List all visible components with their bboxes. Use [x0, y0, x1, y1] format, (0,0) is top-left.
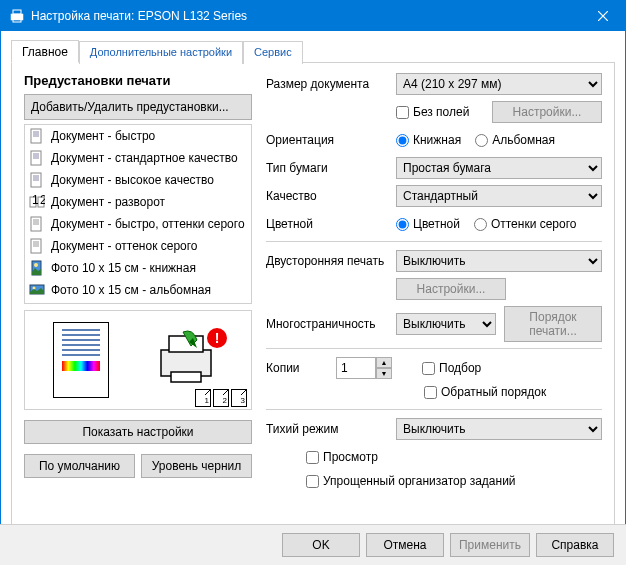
doc-size-label: Размер документа — [266, 77, 396, 91]
photo-landscape-icon — [29, 282, 45, 298]
doc-icon — [29, 150, 45, 166]
page-order-icon: 123 — [195, 389, 247, 407]
svg-point-28 — [34, 263, 38, 267]
defaults-button[interactable]: По умолчанию — [24, 454, 135, 478]
doc-icon — [29, 172, 45, 188]
svg-text:1: 1 — [32, 194, 39, 207]
orientation-label: Ориентация — [266, 133, 396, 147]
orientation-portrait-radio[interactable] — [396, 134, 409, 147]
tab-advanced[interactable]: Дополнительные настройки — [79, 41, 243, 64]
doc-gray-icon — [29, 238, 45, 254]
quality-select[interactable]: Стандартный — [396, 185, 602, 207]
warning-icon: ! — [207, 328, 227, 348]
printer-icon — [9, 8, 25, 24]
orientation-landscape-radio[interactable] — [475, 134, 488, 147]
preview-page-icon — [53, 322, 109, 398]
paper-type-select[interactable]: Простая бумага — [396, 157, 602, 179]
help-button[interactable]: Справка — [536, 533, 614, 557]
reverse-order-checkbox[interactable] — [424, 386, 437, 399]
color-label: Цветной — [266, 217, 396, 231]
preset-list[interactable]: Документ - быстро Документ - стандартное… — [24, 124, 252, 304]
tab-service[interactable]: Сервис — [243, 41, 303, 64]
tab-main[interactable]: Главное — [11, 40, 79, 63]
quiet-mode-select[interactable]: Выключить — [396, 418, 602, 440]
photo-portrait-icon — [29, 260, 45, 276]
show-settings-button[interactable]: Показать настройки — [24, 420, 252, 444]
simple-organizer-checkbox[interactable] — [306, 475, 319, 488]
close-button[interactable] — [580, 1, 625, 31]
doc-icon — [29, 128, 45, 144]
list-item[interactable]: Фото 10 х 15 см - книжная — [25, 257, 251, 279]
copies-down-button[interactable]: ▼ — [376, 368, 392, 379]
list-item[interactable]: 12Документ - разворот — [25, 191, 251, 213]
svg-rect-2 — [13, 19, 21, 22]
dialog-footer: OK Отмена Применить Справка — [0, 524, 626, 565]
list-item[interactable]: Фото 10 х 15 см - альбомная — [25, 279, 251, 301]
list-item[interactable]: Документ - оттенок серого — [25, 235, 251, 257]
borderless-label: Без полей — [413, 105, 469, 119]
copies-label: Копии — [266, 361, 336, 375]
presets-heading: Предустановки печати — [24, 73, 252, 88]
print-order-button: Порядок печати... — [504, 306, 602, 342]
list-item[interactable]: Документ - стандартное качество — [25, 147, 251, 169]
ok-button[interactable]: OK — [282, 533, 360, 557]
copies-up-button[interactable]: ▲ — [376, 357, 392, 368]
duplex-settings-button: Настройки... — [396, 278, 506, 300]
list-item[interactable]: Документ - быстро — [25, 125, 251, 147]
quality-label: Качество — [266, 189, 396, 203]
multipage-select[interactable]: Выключить — [396, 313, 496, 335]
svg-text:2: 2 — [40, 194, 45, 207]
preview-area: ! 123 — [24, 310, 252, 410]
multipage-label: Многостраничность — [266, 317, 396, 331]
borderless-checkbox[interactable] — [396, 106, 409, 119]
color-color-radio[interactable] — [396, 218, 409, 231]
spread-icon: 12 — [29, 194, 45, 210]
svg-rect-1 — [13, 10, 21, 14]
window-title: Настройка печати: EPSON L132 Series — [31, 9, 580, 23]
list-item[interactable]: Документ - быстро, оттенки серого — [25, 213, 251, 235]
duplex-label: Двусторонняя печать — [266, 254, 396, 268]
collate-checkbox[interactable] — [422, 362, 435, 375]
borderless-settings-button: Настройки... — [492, 101, 602, 123]
color-gray-radio[interactable] — [474, 218, 487, 231]
ink-levels-button[interactable]: Уровень чернил — [141, 454, 252, 478]
preview-checkbox[interactable] — [306, 451, 319, 464]
cancel-button[interactable]: Отмена — [366, 533, 444, 557]
close-icon — [598, 11, 608, 21]
titlebar: Настройка печати: EPSON L132 Series — [1, 1, 625, 31]
doc-size-select[interactable]: A4 (210 x 297 мм) — [396, 73, 602, 95]
quiet-mode-label: Тихий режим — [266, 422, 396, 436]
copies-input[interactable] — [336, 357, 376, 379]
list-item[interactable]: Документ - высокое качество — [25, 169, 251, 191]
add-remove-presets-button[interactable]: Добавить/Удалить предустановки... — [24, 94, 252, 120]
svg-rect-32 — [169, 336, 203, 352]
svg-rect-33 — [171, 372, 201, 382]
preview-printer-icon: ! — [153, 330, 223, 390]
doc-gray-icon — [29, 216, 45, 232]
apply-button: Применить — [450, 533, 530, 557]
tab-bar: Главное Дополнительные настройки Сервис — [11, 39, 615, 63]
duplex-select[interactable]: Выключить — [396, 250, 602, 272]
paper-type-label: Тип бумаги — [266, 161, 396, 175]
